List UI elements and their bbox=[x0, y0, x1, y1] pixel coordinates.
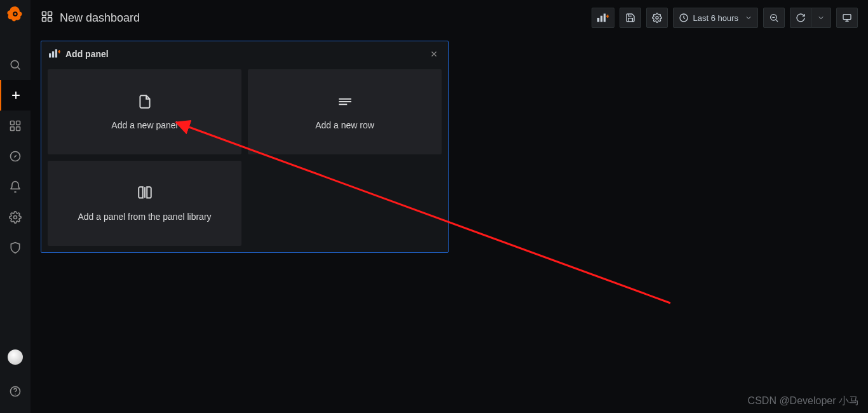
content: Add panel Add a new panel bbox=[31, 36, 868, 413]
close-icon bbox=[430, 50, 438, 58]
breadcrumb[interactable]: New dashboard bbox=[41, 10, 140, 25]
page-title: New dashboard bbox=[60, 11, 140, 25]
nav-search[interactable] bbox=[0, 50, 31, 80]
library-icon bbox=[137, 185, 153, 204]
topbar: New dashboard L bbox=[31, 0, 868, 36]
dashboards-icon bbox=[41, 10, 53, 25]
add-panel-button[interactable] bbox=[592, 8, 614, 28]
svg-marker-8 bbox=[14, 155, 17, 158]
svg-rect-15 bbox=[48, 18, 52, 22]
cycle-view-mode-button[interactable] bbox=[836, 8, 858, 28]
sidebar-bottom bbox=[0, 349, 31, 413]
add-panel-title: Add panel bbox=[65, 49, 109, 59]
nav-alerting[interactable] bbox=[0, 172, 31, 202]
bar-chart-plus-icon bbox=[49, 49, 60, 60]
nav-help[interactable] bbox=[0, 376, 31, 407]
svg-rect-25 bbox=[55, 49, 57, 57]
avatar[interactable] bbox=[8, 349, 23, 365]
add-new-row-card[interactable]: Add a new row bbox=[248, 69, 442, 154]
refresh-interval-picker[interactable] bbox=[811, 8, 831, 28]
svg-rect-17 bbox=[600, 16, 602, 22]
refresh-button[interactable] bbox=[790, 8, 811, 28]
time-range-label: Last 6 hours bbox=[693, 13, 738, 23]
close-add-panel-button[interactable] bbox=[426, 46, 442, 62]
svg-rect-24 bbox=[52, 51, 54, 57]
svg-rect-6 bbox=[17, 127, 20, 131]
card-label: Add a new row bbox=[315, 120, 374, 130]
nav-explore[interactable] bbox=[0, 141, 31, 172]
save-button[interactable] bbox=[620, 8, 641, 28]
card-label: Add a new panel bbox=[111, 120, 177, 130]
svg-rect-23 bbox=[49, 53, 51, 58]
svg-rect-4 bbox=[17, 121, 20, 125]
svg-rect-5 bbox=[11, 127, 15, 131]
grafana-logo[interactable] bbox=[5, 4, 25, 24]
add-from-library-card[interactable]: Add a panel from the panel library bbox=[48, 161, 241, 246]
add-new-panel-card[interactable]: Add a new panel bbox=[48, 69, 241, 154]
svg-point-9 bbox=[14, 216, 17, 219]
file-icon bbox=[137, 93, 153, 112]
nav-dashboards[interactable] bbox=[0, 111, 31, 141]
chevron-down-icon bbox=[817, 14, 825, 22]
time-range-picker[interactable]: Last 6 hours bbox=[673, 8, 758, 28]
svg-rect-12 bbox=[43, 12, 46, 16]
svg-rect-18 bbox=[604, 13, 606, 22]
card-label: Add a panel from the panel library bbox=[78, 212, 211, 222]
nav-configuration[interactable] bbox=[0, 202, 31, 233]
chevron-down-icon bbox=[745, 14, 752, 22]
svg-point-11 bbox=[15, 394, 15, 395]
zoom-out-button[interactable] bbox=[763, 8, 785, 28]
svg-point-2 bbox=[11, 60, 18, 68]
add-panel-header: Add panel bbox=[41, 41, 448, 67]
toolbar: Last 6 hours bbox=[592, 8, 858, 28]
add-panel-widget: Add panel Add a new panel bbox=[41, 41, 449, 253]
svg-rect-16 bbox=[597, 18, 599, 22]
nav-create[interactable] bbox=[0, 80, 31, 111]
refresh-group bbox=[790, 8, 831, 28]
watermark: CSDN @Developer 小马 bbox=[748, 395, 859, 408]
add-panel-options: Add a new panel Add a new row Add a pane… bbox=[41, 67, 448, 252]
sidebar bbox=[0, 0, 31, 413]
svg-rect-14 bbox=[43, 18, 46, 22]
svg-rect-3 bbox=[11, 121, 15, 125]
settings-button[interactable] bbox=[646, 8, 668, 28]
svg-point-1 bbox=[14, 13, 17, 15]
svg-rect-13 bbox=[48, 12, 52, 16]
nav-server-admin[interactable] bbox=[0, 233, 31, 263]
rows-icon bbox=[337, 93, 353, 112]
svg-point-19 bbox=[656, 17, 658, 19]
svg-rect-22 bbox=[843, 15, 851, 20]
